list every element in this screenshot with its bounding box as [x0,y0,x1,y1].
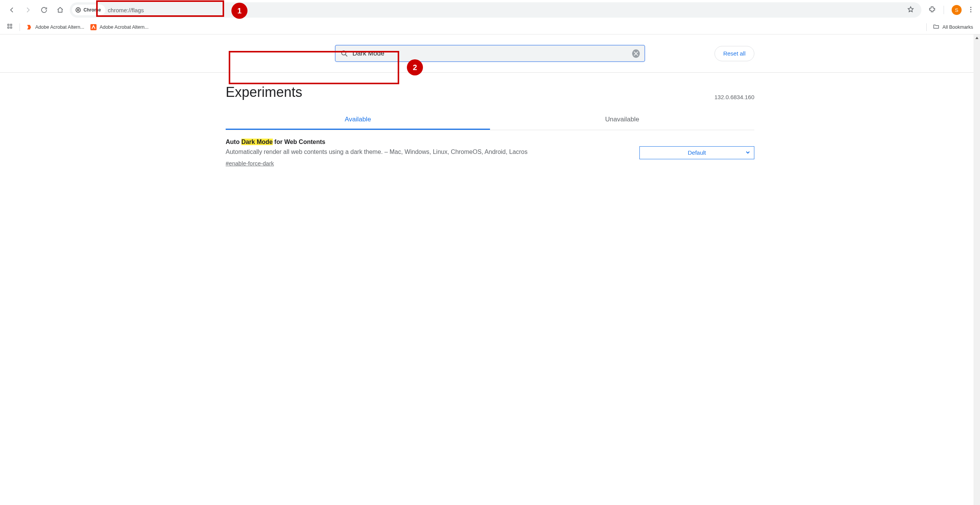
bookmark-label: Adobe Acrobat Altern... [100,25,149,30]
bookmark-star-button[interactable] [907,6,914,15]
search-box[interactable] [335,45,645,62]
search-container [335,45,645,62]
flag-description: Automatically render all web contents us… [226,148,620,156]
svg-point-1 [77,9,79,11]
tab-unavailable[interactable]: Unavailable [490,110,754,130]
flags-header: Reset all [0,34,980,73]
separator [20,23,20,31]
browser-toolbar: Chrome chrome://flags S [0,0,980,20]
svg-rect-7 [10,24,12,26]
home-icon [56,6,64,14]
reload-button[interactable] [38,3,51,16]
clear-search-button[interactable] [632,49,640,58]
star-icon [907,6,914,13]
close-icon [634,51,638,56]
triangle-up-icon [975,36,979,40]
flag-title: Auto Dark Mode for Web Contents [226,139,624,145]
url-text: chrome://flags [108,7,144,13]
home-button[interactable] [54,3,67,16]
search-input[interactable] [352,50,628,57]
arrow-right-icon [24,6,32,14]
bookmark-item-2[interactable]: Adobe Acrobat Altern... [90,24,149,30]
all-bookmarks-button[interactable]: All Bookmarks [933,23,973,31]
back-button[interactable] [5,3,18,16]
flags-page: Reset all Experiments 132.0.6834.160 Ava… [0,34,980,505]
profile-avatar[interactable]: S [952,5,962,15]
chevron-down-icon [746,149,750,156]
reload-icon [40,6,48,14]
svg-rect-8 [10,27,12,28]
flag-select-value: Default [688,149,706,156]
kebab-menu-button[interactable] [967,6,975,15]
reset-all-button[interactable]: Reset all [715,46,754,61]
apps-grid-icon [7,23,13,30]
avatar-initial: S [955,7,959,13]
flags-tabs: Available Unavailable [226,110,754,130]
arrow-left-icon [8,6,16,14]
address-bar[interactable]: Chrome chrome://flags [70,2,921,18]
bookmark-label: Adobe Acrobat Altern... [35,25,84,30]
svg-point-3 [970,9,972,10]
bookmark-favicon-2 [90,24,97,30]
puzzle-icon [928,6,936,13]
flag-item: Auto Dark Mode for Web Contents Automati… [226,130,754,175]
svg-rect-5 [8,24,9,26]
extensions-button[interactable] [928,6,936,15]
search-highlight: Dark Mode [241,139,273,145]
svg-line-11 [346,54,347,56]
flag-text-block: Auto Dark Mode for Web Contents Automati… [226,139,624,167]
tab-available[interactable]: Available [226,110,490,130]
vertical-scrollbar[interactable] [973,34,980,505]
page-title: Experiments [226,84,302,100]
svg-point-4 [970,11,972,12]
address-bar-container: Chrome chrome://flags [70,2,921,18]
tab-label: Available [345,116,371,123]
forward-button[interactable] [21,3,34,16]
flag-hash-link[interactable]: #enable-force-dark [226,160,274,167]
page-viewport: Reset all Experiments 132.0.6834.160 Ava… [0,34,980,505]
toolbar-right-icons: S [924,5,975,15]
dots-vertical-icon [967,6,975,13]
bookmarks-bar: Adobe Acrobat Altern... Adobe Acrobat Al… [0,20,980,34]
svg-rect-6 [8,27,9,28]
bookmark-favicon-1 [26,24,32,30]
flags-body: Experiments 132.0.6834.160 Available Una… [226,73,754,175]
svg-point-10 [342,51,346,55]
svg-point-0 [76,8,80,12]
experiments-header-row: Experiments 132.0.6834.160 [226,84,754,100]
site-chip-label: Chrome [84,7,101,13]
scroll-up-button[interactable] [973,34,980,41]
search-icon [340,49,349,58]
chrome-icon [75,7,81,13]
tab-label: Unavailable [605,116,639,123]
all-bookmarks-label: All Bookmarks [942,25,973,30]
reset-all-label: Reset all [723,50,746,57]
separator [944,6,944,14]
bookmark-item-1[interactable]: Adobe Acrobat Altern... [26,24,84,30]
svg-point-2 [970,7,972,8]
apps-button[interactable] [7,23,13,31]
flag-state-select[interactable]: Default [639,146,754,159]
site-chip[interactable]: Chrome [72,5,105,15]
folder-icon [933,23,939,31]
separator [926,23,927,31]
flag-select-wrap: Default [639,139,754,167]
chrome-version: 132.0.6834.160 [715,94,754,100]
